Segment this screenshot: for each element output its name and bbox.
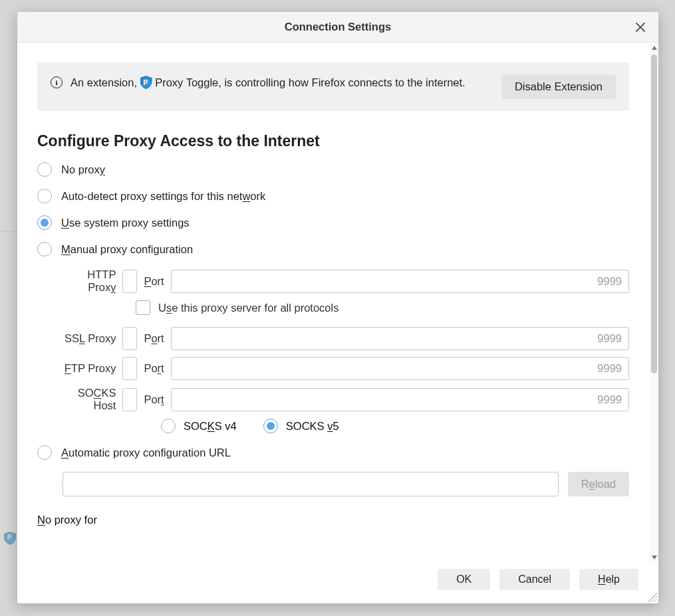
cancel-button[interactable]: Cancel — [499, 569, 570, 590]
scroll-thumb[interactable] — [651, 54, 657, 373]
radio-autodetect[interactable]: Auto-detect proxy settings for this netw… — [37, 189, 629, 203]
socks-port-input[interactable] — [171, 388, 629, 411]
radio-system-proxy[interactable]: Use system proxy settings — [37, 215, 629, 230]
socks-host-input[interactable] — [122, 388, 137, 411]
radio-socks-v5[interactable]: SOCKS v5 — [263, 419, 339, 433]
http-proxy-input[interactable] — [122, 270, 137, 293]
radio-icon — [37, 215, 52, 230]
dialog-title: Connection Settings — [285, 21, 391, 33]
socks-port-label: Port — [144, 393, 164, 406]
http-port-input[interactable] — [171, 270, 629, 293]
socks-host-label: SOCKS Host — [63, 387, 116, 412]
info-text: An extension, Proxy Toggle, is controlli… — [70, 74, 493, 92]
reload-button[interactable]: Reload — [568, 472, 629, 496]
shield-icon — [140, 76, 152, 89]
dialog-header: Connection Settings — [17, 12, 658, 43]
http-port-label: Port — [144, 275, 164, 288]
disable-extension-button[interactable]: Disable Extension — [501, 74, 616, 99]
ok-button[interactable]: OK — [438, 569, 490, 590]
ftp-proxy-label: FTP Proxy — [63, 362, 116, 375]
http-proxy-label: HTTP Proxy — [63, 268, 116, 294]
dialog-content: i An extension, Proxy Toggle, is control… — [17, 43, 649, 562]
radio-label: SOCKS v5 — [286, 420, 339, 433]
extension-info-box: i An extension, Proxy Toggle, is control… — [37, 62, 629, 111]
radio-socks-v4[interactable]: SOCKS v4 — [161, 419, 237, 433]
radio-no-proxy[interactable]: No proxy — [37, 162, 629, 177]
radio-auto-config-url[interactable]: Automatic proxy configuration URL — [37, 445, 629, 460]
no-proxy-for-label: No proxy for — [37, 514, 629, 526]
pac-url-input[interactable] — [63, 472, 559, 496]
radio-label: SOCKS v4 — [184, 420, 237, 433]
use-all-checkbox[interactable] — [136, 300, 150, 315]
ssl-port-input[interactable] — [171, 327, 629, 350]
close-button[interactable] — [630, 17, 650, 37]
info-icon: i — [51, 76, 63, 88]
section-heading: Configure Proxy Access to the Internet — [37, 132, 629, 150]
ssl-proxy-label: SSL Proxy — [63, 332, 116, 345]
radio-manual-proxy[interactable]: Manual proxy configuration — [37, 242, 629, 257]
scroll-up-icon[interactable] — [650, 43, 658, 52]
resize-handle[interactable] — [648, 593, 657, 602]
ftp-port-label: Port — [144, 362, 164, 375]
radio-label: Auto-detect proxy settings for this netw… — [61, 190, 265, 203]
ftp-port-input[interactable] — [171, 357, 629, 380]
radio-label: No proxy — [61, 163, 105, 176]
ssl-proxy-input[interactable] — [122, 327, 137, 350]
radio-icon — [37, 242, 52, 257]
radio-icon — [37, 445, 52, 460]
scrollbar[interactable] — [649, 43, 658, 562]
help-button[interactable]: Help — [579, 569, 638, 590]
radio-icon — [37, 162, 52, 177]
radio-label: Automatic proxy configuration URL — [61, 447, 231, 459]
ssl-port-label: Port — [144, 332, 164, 345]
scroll-down-icon[interactable] — [650, 552, 658, 562]
use-all-label: Use this proxy server for all protocols — [158, 302, 338, 314]
radio-label: Use system proxy settings — [61, 217, 190, 229]
radio-icon — [263, 419, 278, 433]
connection-settings-dialog: Connection Settings i An extension, Prox… — [17, 12, 658, 603]
radio-label: Manual proxy configuration — [61, 243, 193, 256]
dialog-footer: OK Cancel Help — [17, 562, 658, 603]
ftp-proxy-input[interactable] — [122, 357, 137, 380]
radio-icon — [161, 419, 176, 433]
radio-icon — [37, 189, 52, 203]
